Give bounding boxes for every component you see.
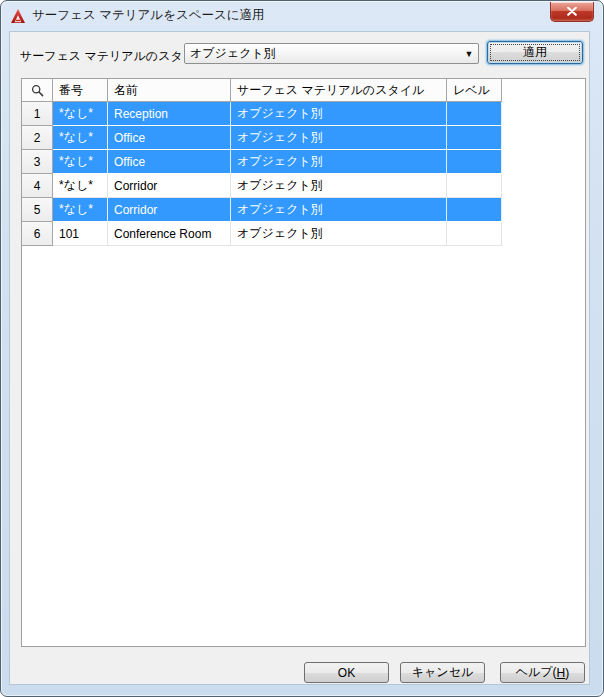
help-button[interactable]: ヘルプ(H) bbox=[500, 662, 585, 683]
style-cell[interactable]: オブジェクト別 bbox=[231, 222, 447, 246]
autocad-logo-icon bbox=[10, 8, 26, 24]
grid-header-row: 番号 名前 サーフェス マテリアルのスタイル レベル bbox=[22, 79, 585, 102]
table-row[interactable]: 4 *なし* Corridor オブジェクト別 bbox=[22, 174, 585, 198]
level-cell[interactable] bbox=[447, 102, 502, 126]
level-cell[interactable] bbox=[447, 198, 502, 222]
dialog-client-area: サーフェス マテリアルのスタイル: オブジェクト別 ▼ 適用 番号 名前 サーフ… bbox=[9, 31, 590, 685]
table-row[interactable]: 5 *なし* Corridor オブジェクト別 bbox=[22, 198, 585, 222]
table-row[interactable]: 1 *なし* Reception オブジェクト別 bbox=[22, 102, 585, 126]
grid-corner-header[interactable] bbox=[22, 79, 53, 102]
close-button[interactable] bbox=[550, 2, 594, 22]
number-cell[interactable]: *なし* bbox=[53, 102, 108, 126]
number-cell[interactable]: *なし* bbox=[53, 198, 108, 222]
row-header-cell[interactable]: 2 bbox=[22, 126, 53, 150]
column-header-name[interactable]: 名前 bbox=[108, 79, 231, 102]
table-row[interactable]: 3 *なし* Office オブジェクト別 bbox=[22, 150, 585, 174]
row-header-cell[interactable]: 6 bbox=[22, 222, 53, 246]
style-cell[interactable]: オブジェクト別 bbox=[231, 198, 447, 222]
level-cell[interactable] bbox=[447, 222, 502, 246]
help-label: ヘルプ( bbox=[516, 664, 557, 681]
name-cell[interactable]: Office bbox=[108, 150, 231, 174]
magnifier-icon bbox=[31, 84, 44, 97]
table-row[interactable]: 2 *なし* Office オブジェクト別 bbox=[22, 126, 585, 150]
name-cell[interactable]: Corridor bbox=[108, 198, 231, 222]
style-label: サーフェス マテリアルのスタイル: bbox=[20, 48, 211, 65]
name-cell[interactable]: Conference Room bbox=[108, 222, 231, 246]
title-bar[interactable]: サーフェス マテリアルをスペースに適用 bbox=[1, 1, 603, 31]
row-header-cell[interactable]: 3 bbox=[22, 150, 53, 174]
level-cell[interactable] bbox=[447, 126, 502, 150]
name-cell[interactable]: Corridor bbox=[108, 174, 231, 198]
name-cell[interactable]: Reception bbox=[108, 102, 231, 126]
help-label-suffix: ) bbox=[565, 666, 569, 680]
table-body: 1 *なし* Reception オブジェクト別 2 *なし* Office オ… bbox=[22, 102, 585, 246]
style-cell[interactable]: オブジェクト別 bbox=[231, 150, 447, 174]
row-header-cell[interactable]: 5 bbox=[22, 198, 53, 222]
number-cell[interactable]: 101 bbox=[53, 222, 108, 246]
level-cell[interactable] bbox=[447, 174, 502, 198]
close-x-icon bbox=[567, 7, 577, 16]
ok-button[interactable]: OK bbox=[304, 662, 389, 683]
dialog-window: サーフェス マテリアルをスペースに適用 サーフェス マテリアルのスタイル: オブ… bbox=[0, 0, 604, 697]
column-header-style[interactable]: サーフェス マテリアルのスタイル bbox=[231, 79, 447, 102]
style-cell[interactable]: オブジェクト別 bbox=[231, 174, 447, 198]
row-header-cell[interactable]: 1 bbox=[22, 102, 53, 126]
cancel-button[interactable]: キャンセル bbox=[400, 662, 485, 683]
number-cell[interactable]: *なし* bbox=[53, 150, 108, 174]
style-cell[interactable]: オブジェクト別 bbox=[231, 102, 447, 126]
number-cell[interactable]: *なし* bbox=[53, 174, 108, 198]
combo-selected-value: オブジェクト別 bbox=[185, 45, 460, 62]
spaces-grid: 番号 名前 サーフェス マテリアルのスタイル レベル 1 *なし* Recept… bbox=[21, 78, 586, 647]
style-cell[interactable]: オブジェクト別 bbox=[231, 126, 447, 150]
number-cell[interactable]: *なし* bbox=[53, 126, 108, 150]
table-row[interactable]: 6 101 Conference Room オブジェクト別 bbox=[22, 222, 585, 246]
apply-button[interactable]: 適用 bbox=[487, 41, 583, 64]
surface-material-style-select[interactable]: オブジェクト別 ▼ bbox=[184, 43, 479, 64]
name-cell[interactable]: Office bbox=[108, 126, 231, 150]
column-header-number[interactable]: 番号 bbox=[53, 79, 108, 102]
chevron-down-icon: ▼ bbox=[460, 49, 478, 59]
column-header-level[interactable]: レベル bbox=[447, 79, 502, 102]
row-header-cell[interactable]: 4 bbox=[22, 174, 53, 198]
window-title: サーフェス マテリアルをスペースに適用 bbox=[32, 1, 265, 29]
help-mnemonic: H bbox=[557, 666, 566, 680]
level-cell[interactable] bbox=[447, 150, 502, 174]
